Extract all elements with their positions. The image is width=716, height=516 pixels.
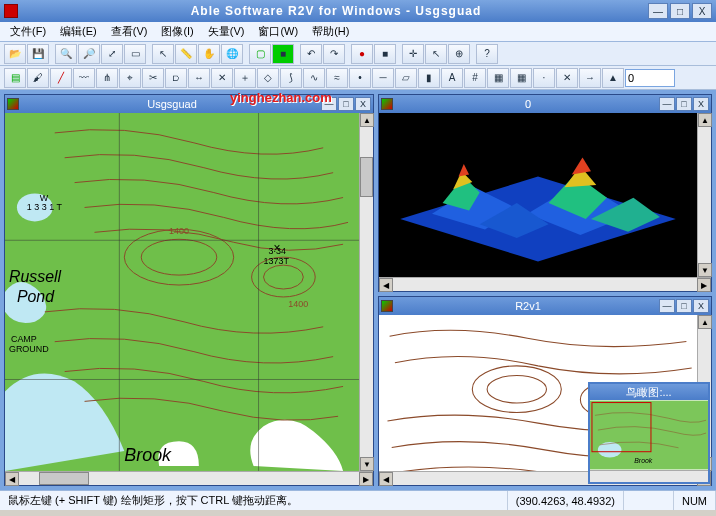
move-node-icon[interactable]: ↔ xyxy=(188,68,210,88)
arrow-icon[interactable]: → xyxy=(579,68,601,88)
right-column: 0 — □ X xyxy=(378,94,712,486)
menu-file[interactable]: 文件(F) xyxy=(4,22,52,41)
target-icon[interactable]: ⊕ xyxy=(448,44,470,64)
trace-icon[interactable]: ⟆ xyxy=(280,68,302,88)
text-icon[interactable]: A xyxy=(441,68,463,88)
add-node-icon[interactable]: ＋ xyxy=(234,68,256,88)
vec-min-button[interactable]: — xyxy=(659,299,675,313)
open-icon[interactable]: 📂 xyxy=(4,44,26,64)
3d-window: 0 — □ X xyxy=(378,94,712,292)
menu-view[interactable]: 查看(V) xyxy=(105,22,154,41)
help-icon[interactable]: ? xyxy=(476,44,498,64)
scroll-up-icon[interactable]: ▲ xyxy=(360,113,374,127)
save-icon[interactable]: 💾 xyxy=(27,44,49,64)
zoom-fit-icon[interactable]: ⤢ xyxy=(101,44,123,64)
3d-scrollbar-h[interactable]: ◀ ▶ xyxy=(379,277,711,291)
zoom-in-icon[interactable]: 🔍 xyxy=(55,44,77,64)
svg-text:1373T: 1373T xyxy=(264,256,290,266)
pan-icon[interactable]: ✋ xyxy=(198,44,220,64)
line-icon[interactable]: ╱ xyxy=(50,68,72,88)
birdseye-canvas[interactable]: Brook xyxy=(590,400,708,470)
layer-icon[interactable]: ▤ xyxy=(4,68,26,88)
crosshair-icon[interactable]: ✛ xyxy=(402,44,424,64)
statusbar: 鼠标左键 (+ SHIFT 键) 绘制矩形，按下 CTRL 键拖动距离。 (39… xyxy=(0,490,716,510)
scroll-right-icon[interactable]: ▶ xyxy=(359,472,373,486)
map-window-icon xyxy=(7,98,19,110)
join-icon[interactable]: ⫐ xyxy=(165,68,187,88)
del-node-icon[interactable]: ✕ xyxy=(211,68,233,88)
map-scrollbar-v[interactable]: ▲ ▼ xyxy=(359,113,373,471)
polyline-icon[interactable]: 〰 xyxy=(73,68,95,88)
split-icon[interactable]: ✂ xyxy=(142,68,164,88)
svg-point-27 xyxy=(487,375,546,403)
vertex-icon[interactable]: • xyxy=(349,68,371,88)
node-icon[interactable]: ⋔ xyxy=(96,68,118,88)
map-close-button[interactable]: X xyxy=(355,97,371,111)
elevation-input[interactable] xyxy=(625,69,675,87)
vec-max-button[interactable]: □ xyxy=(676,299,692,313)
marker-icon[interactable]: ▲ xyxy=(602,68,624,88)
minimize-button[interactable]: — xyxy=(648,3,668,19)
vector-titlebar: R2v1 — □ X xyxy=(379,297,711,315)
layer2-icon[interactable]: ▦ xyxy=(487,68,509,88)
fill-icon[interactable]: ▮ xyxy=(418,68,440,88)
map-max-button[interactable]: □ xyxy=(338,97,354,111)
3d-titlebar: 0 — □ X xyxy=(379,95,711,113)
svg-point-26 xyxy=(472,366,561,413)
vector-window-icon xyxy=(381,300,393,312)
menu-vector[interactable]: 矢量(V) xyxy=(202,22,251,41)
zoom-region-icon[interactable]: ▭ xyxy=(124,44,146,64)
simplify-icon[interactable]: ≈ xyxy=(326,68,348,88)
svg-text:Brook: Brook xyxy=(634,457,653,464)
brush-icon[interactable]: 🖌 xyxy=(27,68,49,88)
app-title: Able Software R2V for Windows - Usgsguad xyxy=(24,4,648,18)
zoom-out-icon[interactable]: 🔎 xyxy=(78,44,100,64)
pointer2-icon[interactable]: ↖ xyxy=(425,44,447,64)
3d-max-button[interactable]: □ xyxy=(676,97,692,111)
face-icon[interactable]: ▱ xyxy=(395,68,417,88)
menu-image[interactable]: 图像(I) xyxy=(155,22,199,41)
snap-icon[interactable]: ⌖ xyxy=(119,68,141,88)
toolbar-1: 📂 💾 🔍 🔎 ⤢ ▭ ↖ 📏 ✋ 🌐 ▢ ■ ↶ ↷ ● ■ ✛ ↖ ⊕ ? xyxy=(0,42,716,66)
select-green-icon[interactable]: ▢ xyxy=(249,44,271,64)
workspace: yinghezhan.com Usgsguad — □ X xyxy=(0,90,716,490)
3d-scrollbar-v[interactable]: ▲ ▼ xyxy=(697,113,711,277)
pointer-icon[interactable]: ↖ xyxy=(152,44,174,64)
birdseye-window[interactable]: 鸟瞰图:... Brook xyxy=(588,382,710,484)
undo-icon[interactable]: ↶ xyxy=(300,44,322,64)
scroll-left-icon[interactable]: ◀ xyxy=(5,472,19,486)
3d-title: 0 xyxy=(397,98,659,110)
menu-help[interactable]: 帮助(H) xyxy=(306,22,355,41)
attr-icon[interactable]: # xyxy=(464,68,486,88)
3d-canvas[interactable] xyxy=(379,113,697,277)
measure-icon[interactable]: 📏 xyxy=(175,44,197,64)
map-window: Usgsguad — □ X xyxy=(4,94,374,486)
cross-icon[interactable]: ✕ xyxy=(556,68,578,88)
record-icon[interactable]: ● xyxy=(351,44,373,64)
edge-icon[interactable]: ─ xyxy=(372,68,394,88)
map-canvas[interactable]: W 1 3 3 1 T Russell Pond CAMP GROUND Bro… xyxy=(5,113,359,471)
maximize-button[interactable]: □ xyxy=(670,3,690,19)
svg-marker-23 xyxy=(572,158,591,175)
menu-window[interactable]: 窗口(W) xyxy=(252,22,304,41)
grid-icon[interactable]: ▦ xyxy=(510,68,532,88)
menu-edit[interactable]: 编辑(E) xyxy=(54,22,103,41)
select-fill-icon[interactable]: ■ xyxy=(272,44,294,64)
3d-close-button[interactable]: X xyxy=(693,97,709,111)
globe-icon[interactable]: 🌐 xyxy=(221,44,243,64)
map-scrollbar-h[interactable]: ◀ ▶ xyxy=(5,471,373,485)
vec-close-button[interactable]: X xyxy=(693,299,709,313)
label-elev2: 1400 xyxy=(288,299,308,309)
3d-min-button[interactable]: — xyxy=(659,97,675,111)
redo-icon[interactable]: ↷ xyxy=(323,44,345,64)
scroll-down-icon[interactable]: ▼ xyxy=(360,457,374,471)
point-icon[interactable]: · xyxy=(533,68,555,88)
birdseye-scrollbar[interactable] xyxy=(590,470,708,482)
toolbar-2: ▤ 🖌 ╱ 〰 ⋔ ⌖ ✂ ⫐ ↔ ✕ ＋ ◇ ⟆ ∿ ≈ • ─ ▱ ▮ A … xyxy=(0,66,716,90)
svg-text:1 3 3 1 T: 1 3 3 1 T xyxy=(27,202,63,212)
close-button[interactable]: X xyxy=(692,3,712,19)
stop-icon[interactable]: ■ xyxy=(374,44,396,64)
smooth-icon[interactable]: ∿ xyxy=(303,68,325,88)
window-buttons: — □ X xyxy=(648,3,712,19)
close-poly-icon[interactable]: ◇ xyxy=(257,68,279,88)
